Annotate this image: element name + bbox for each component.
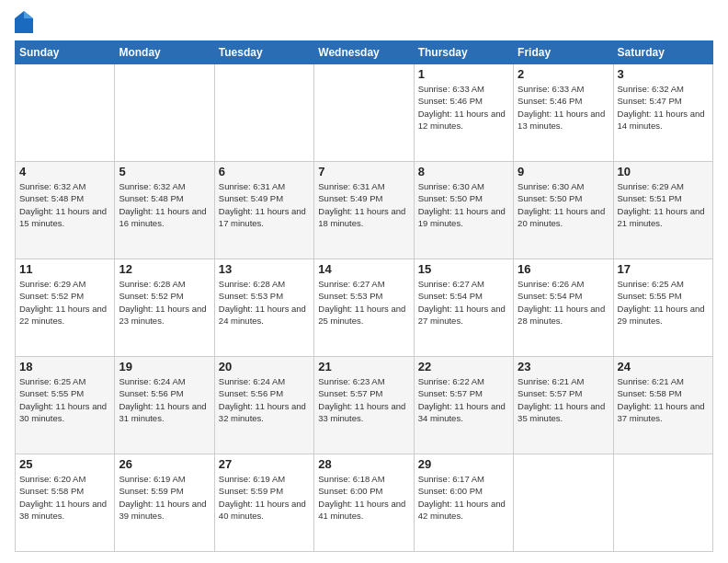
day-cell: 29Sunrise: 6:17 AMSunset: 6:00 PMDayligh… xyxy=(414,454,513,552)
week-row-5: 25Sunrise: 6:20 AMSunset: 5:58 PMDayligh… xyxy=(16,454,713,552)
day-number: 8 xyxy=(418,165,509,178)
day-cell: 7Sunrise: 6:31 AMSunset: 5:49 PMDaylight… xyxy=(314,162,414,259)
day-info: Sunrise: 6:25 AMSunset: 5:55 PMDaylight:… xyxy=(19,375,110,424)
day-cell: 24Sunrise: 6:21 AMSunset: 5:58 PMDayligh… xyxy=(613,357,712,454)
day-number: 19 xyxy=(119,360,210,373)
day-info: Sunrise: 6:33 AMSunset: 5:46 PMDaylight:… xyxy=(518,83,609,132)
day-number: 27 xyxy=(219,457,310,471)
day-info: Sunrise: 6:21 AMSunset: 5:57 PMDaylight:… xyxy=(518,375,609,424)
day-info: Sunrise: 6:17 AMSunset: 6:00 PMDaylight:… xyxy=(418,473,509,522)
day-cell xyxy=(314,64,414,162)
day-cell: 10Sunrise: 6:29 AMSunset: 5:51 PMDayligh… xyxy=(613,162,712,259)
day-cell: 18Sunrise: 6:25 AMSunset: 5:55 PMDayligh… xyxy=(16,357,115,454)
day-info: Sunrise: 6:23 AMSunset: 5:57 PMDaylight:… xyxy=(318,375,409,424)
day-info: Sunrise: 6:31 AMSunset: 5:49 PMDaylight:… xyxy=(219,180,310,229)
week-row-4: 18Sunrise: 6:25 AMSunset: 5:55 PMDayligh… xyxy=(16,357,713,454)
calendar-table: SundayMondayTuesdayWednesdayThursdayFrid… xyxy=(15,40,713,552)
day-info: Sunrise: 6:25 AMSunset: 5:55 PMDaylight:… xyxy=(618,278,709,327)
day-info: Sunrise: 6:33 AMSunset: 5:46 PMDaylight:… xyxy=(418,83,509,132)
day-cell: 8Sunrise: 6:30 AMSunset: 5:50 PMDaylight… xyxy=(414,162,513,259)
day-cell: 20Sunrise: 6:24 AMSunset: 5:56 PMDayligh… xyxy=(214,357,313,454)
day-cell: 28Sunrise: 6:18 AMSunset: 6:00 PMDayligh… xyxy=(314,454,414,552)
day-cell: 22Sunrise: 6:22 AMSunset: 5:57 PMDayligh… xyxy=(414,357,513,454)
day-number: 10 xyxy=(618,165,709,178)
day-info: Sunrise: 6:30 AMSunset: 5:50 PMDaylight:… xyxy=(518,180,609,229)
day-info: Sunrise: 6:31 AMSunset: 5:49 PMDaylight:… xyxy=(318,180,409,229)
day-cell: 26Sunrise: 6:19 AMSunset: 5:59 PMDayligh… xyxy=(115,454,214,552)
day-info: Sunrise: 6:24 AMSunset: 5:56 PMDaylight:… xyxy=(219,375,310,424)
weekday-header-friday: Friday xyxy=(514,41,613,64)
day-number: 24 xyxy=(618,360,709,373)
day-cell: 11Sunrise: 6:29 AMSunset: 5:52 PMDayligh… xyxy=(16,259,115,357)
day-number: 11 xyxy=(19,262,110,276)
day-cell: 27Sunrise: 6:19 AMSunset: 5:59 PMDayligh… xyxy=(214,454,313,552)
week-row-1: 1Sunrise: 6:33 AMSunset: 5:46 PMDaylight… xyxy=(16,64,713,162)
day-cell: 23Sunrise: 6:21 AMSunset: 5:57 PMDayligh… xyxy=(514,357,613,454)
weekday-header-sunday: Sunday xyxy=(16,41,115,64)
day-cell: 17Sunrise: 6:25 AMSunset: 5:55 PMDayligh… xyxy=(613,259,712,357)
logo xyxy=(15,11,37,33)
day-number: 23 xyxy=(518,360,609,373)
day-cell xyxy=(115,64,214,162)
day-number: 29 xyxy=(418,457,509,471)
day-cell: 14Sunrise: 6:27 AMSunset: 5:53 PMDayligh… xyxy=(314,259,414,357)
day-number: 2 xyxy=(518,67,609,81)
day-cell: 1Sunrise: 6:33 AMSunset: 5:46 PMDaylight… xyxy=(414,64,513,162)
day-cell xyxy=(613,454,712,552)
day-info: Sunrise: 6:21 AMSunset: 5:58 PMDaylight:… xyxy=(618,375,709,424)
day-number: 20 xyxy=(219,360,310,373)
day-cell: 3Sunrise: 6:32 AMSunset: 5:47 PMDaylight… xyxy=(613,64,712,162)
weekday-header-saturday: Saturday xyxy=(613,41,712,64)
weekday-header-tuesday: Tuesday xyxy=(214,41,313,64)
day-cell: 25Sunrise: 6:20 AMSunset: 5:58 PMDayligh… xyxy=(16,454,115,552)
day-cell xyxy=(514,454,613,552)
header xyxy=(15,11,713,33)
day-number: 18 xyxy=(19,360,110,373)
day-number: 17 xyxy=(618,262,709,276)
weekday-header-wednesday: Wednesday xyxy=(314,41,414,64)
day-number: 26 xyxy=(119,457,210,471)
day-cell: 6Sunrise: 6:31 AMSunset: 5:49 PMDaylight… xyxy=(214,162,313,259)
day-info: Sunrise: 6:18 AMSunset: 6:00 PMDaylight:… xyxy=(318,473,409,522)
day-cell: 21Sunrise: 6:23 AMSunset: 5:57 PMDayligh… xyxy=(314,357,414,454)
day-info: Sunrise: 6:28 AMSunset: 5:52 PMDaylight:… xyxy=(119,278,210,327)
weekday-header-thursday: Thursday xyxy=(414,41,513,64)
day-info: Sunrise: 6:24 AMSunset: 5:56 PMDaylight:… xyxy=(119,375,210,424)
day-number: 15 xyxy=(418,262,509,276)
day-number: 12 xyxy=(119,262,210,276)
weekday-header-monday: Monday xyxy=(115,41,214,64)
day-info: Sunrise: 6:26 AMSunset: 5:54 PMDaylight:… xyxy=(518,278,609,327)
day-info: Sunrise: 6:30 AMSunset: 5:50 PMDaylight:… xyxy=(418,180,509,229)
day-number: 9 xyxy=(518,165,609,178)
day-cell: 13Sunrise: 6:28 AMSunset: 5:53 PMDayligh… xyxy=(214,259,313,357)
day-number: 28 xyxy=(318,457,409,471)
day-info: Sunrise: 6:27 AMSunset: 5:53 PMDaylight:… xyxy=(318,278,409,327)
day-number: 5 xyxy=(119,165,210,178)
day-cell: 19Sunrise: 6:24 AMSunset: 5:56 PMDayligh… xyxy=(115,357,214,454)
day-number: 14 xyxy=(318,262,409,276)
day-number: 22 xyxy=(418,360,509,373)
logo-icon xyxy=(15,11,33,33)
day-cell xyxy=(214,64,313,162)
week-row-2: 4Sunrise: 6:32 AMSunset: 5:48 PMDaylight… xyxy=(16,162,713,259)
weekday-header-row: SundayMondayTuesdayWednesdayThursdayFrid… xyxy=(16,41,713,64)
day-info: Sunrise: 6:32 AMSunset: 5:48 PMDaylight:… xyxy=(19,180,110,229)
svg-marker-1 xyxy=(24,11,33,18)
day-number: 16 xyxy=(518,262,609,276)
day-info: Sunrise: 6:22 AMSunset: 5:57 PMDaylight:… xyxy=(418,375,509,424)
day-number: 4 xyxy=(19,165,110,178)
day-number: 25 xyxy=(19,457,110,471)
day-info: Sunrise: 6:29 AMSunset: 5:51 PMDaylight:… xyxy=(618,180,709,229)
day-info: Sunrise: 6:28 AMSunset: 5:53 PMDaylight:… xyxy=(219,278,310,327)
day-number: 13 xyxy=(219,262,310,276)
page: SundayMondayTuesdayWednesdayThursdayFrid… xyxy=(0,0,728,563)
day-cell: 12Sunrise: 6:28 AMSunset: 5:52 PMDayligh… xyxy=(115,259,214,357)
day-info: Sunrise: 6:20 AMSunset: 5:58 PMDaylight:… xyxy=(19,473,110,522)
day-cell: 4Sunrise: 6:32 AMSunset: 5:48 PMDaylight… xyxy=(16,162,115,259)
week-row-3: 11Sunrise: 6:29 AMSunset: 5:52 PMDayligh… xyxy=(16,259,713,357)
day-number: 21 xyxy=(318,360,409,373)
day-cell: 15Sunrise: 6:27 AMSunset: 5:54 PMDayligh… xyxy=(414,259,513,357)
day-cell: 5Sunrise: 6:32 AMSunset: 5:48 PMDaylight… xyxy=(115,162,214,259)
day-info: Sunrise: 6:19 AMSunset: 5:59 PMDaylight:… xyxy=(119,473,210,522)
day-cell: 9Sunrise: 6:30 AMSunset: 5:50 PMDaylight… xyxy=(514,162,613,259)
